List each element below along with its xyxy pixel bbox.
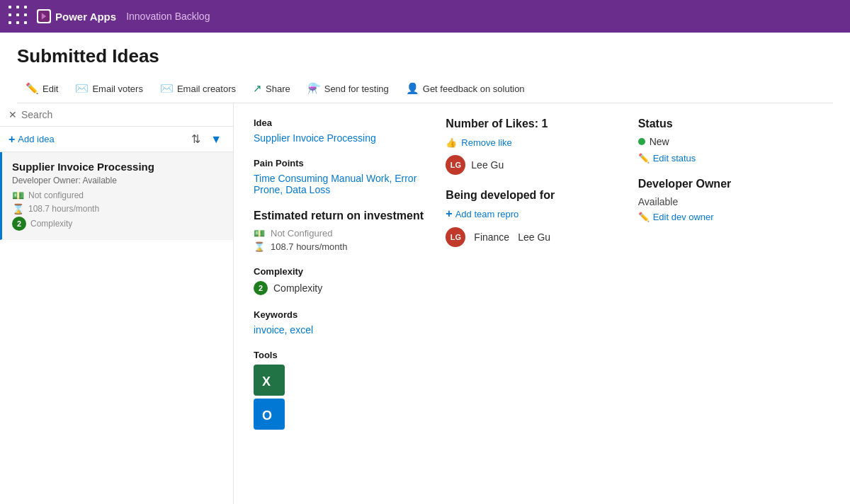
liker-row: LG Lee Gu [446,155,623,175]
email-voters-button[interactable]: ✉️ Email voters [67,79,152,98]
flask-icon: ⚗️ [307,82,321,95]
dev-owner-header: Developer Owner [638,178,830,190]
roi-hours-row: ⌛ 108.7 hours/month [254,241,431,252]
meta-row-complexity: 2 Complexity [12,217,223,231]
status-header: Status [638,118,830,130]
share-icon: ↗ [253,82,262,95]
share-label: Share [266,84,290,94]
app-name-label: Power Apps [55,11,116,23]
action-toolbar: ✏️ Edit ✉️ Email voters ✉️ Email creator… [17,74,833,103]
roi-meta: 💵 Not Configured ⌛ 108.7 hours/month [254,228,431,252]
get-feedback-button[interactable]: 👤 Get feedback on solution [397,79,533,98]
keywords-label: Keywords [254,309,431,320]
liker-name: Lee Gu [471,159,504,171]
keywords-section: Keywords invoice, excel [254,309,431,336]
keywords-value: invoice, excel [254,324,431,336]
edit-status-label: Edit status [653,153,696,164]
add-team-button[interactable]: + Add team repro [446,207,623,220]
money-icon: 💵 [12,190,24,201]
status-value: New [650,136,669,147]
idea-value-link[interactable]: Supplier Invoice Processing [254,132,376,144]
idea-section: Idea Supplier Invoice Processing [254,118,431,144]
main-container: Submitted Ideas ✏️ Edit ✉️ Email voters … [0,33,850,504]
idea-item[interactable]: Supplier Invoice Processing Developer Ow… [0,152,233,240]
dev-owner-value: Available [638,196,830,207]
pain-points-label: Pain Points [254,158,431,168]
remove-like-button[interactable]: 👍 Remove like [446,137,623,148]
search-close-icon[interactable]: ✕ [8,109,17,120]
detail-column-mid: Number of Likes: 1 👍 Remove like LG Lee … [446,118,638,444]
app-logo: Power Apps [37,9,116,23]
list-actions: + Add idea ⇅ ▼ [0,127,233,152]
being-developed-section: Being developed for + Add team repro LG … [446,189,623,247]
remove-like-label: Remove like [461,137,512,148]
email-voters-icon: ✉️ [75,82,89,95]
detail-column-right: Status New ✏️ Edit status Developer Owne… [638,118,830,444]
roi-label: Estimated return on investment [254,210,431,222]
likes-header: Number of Likes: 1 [446,118,623,130]
edit-status-button[interactable]: ✏️ Edit status [638,153,830,164]
idea-item-owner: Developer Owner: Available [12,176,223,185]
meta-row-configured: 💵 Not configured [12,190,223,201]
email-creators-icon: ✉️ [160,82,174,95]
email-creators-button[interactable]: ✉️ Email creators [152,79,244,98]
status-section: Status New ✏️ Edit status [638,118,830,164]
app-grid-icon[interactable] [8,6,30,27]
complexity-label: Complexity [30,219,72,229]
meta-configured-text: Not configured [28,190,84,200]
add-team-label: Add team repro [455,209,519,219]
complexity-row: 2 Complexity [254,281,431,295]
idea-item-title: Supplier Invoice Processing [12,161,223,173]
detail-column-main: Idea Supplier Invoice Processing Pain Po… [254,118,446,444]
add-idea-label: Add idea [18,134,54,144]
top-navigation: Power Apps Innovation Backlog [0,0,850,33]
team-row: LG Finance Lee Gu [446,227,623,247]
feedback-icon: 👤 [406,82,419,95]
clock-icon-2: ⌛ [254,241,265,252]
search-input[interactable] [21,109,225,120]
edit-status-icon: ✏️ [638,153,650,164]
page-header: Submitted Ideas [0,33,850,74]
add-idea-button[interactable]: + Add idea [8,133,184,146]
complexity-section-label: Complexity [254,266,431,277]
dev-owner-section: Developer Owner Available ✏️ Edit dev ow… [638,178,830,222]
roi-section: Estimated return on investment 💵 Not Con… [254,210,431,252]
tools-grid: X O [254,365,431,430]
plus-icon-2: + [446,207,452,220]
edit-dev-owner-label: Edit dev owner [653,212,714,222]
team-name: Finance [474,231,509,243]
meta-hours-text: 108.7 hours/month [28,204,99,214]
page-title: Submitted Ideas [17,45,833,67]
idea-label: Idea [254,118,431,128]
clock-icon: ⌛ [12,203,24,214]
status-row: New [638,136,830,147]
plus-icon: + [8,133,15,146]
idea-list: Supplier Invoice Processing Developer Ow… [0,152,233,504]
likes-section: Number of Likes: 1 👍 Remove like LG Lee … [446,118,623,175]
pain-points-value: Time Consuming Manual Work, Error Prone,… [254,173,431,195]
app-label: Innovation Backlog [126,11,210,22]
edit-button[interactable]: ✏️ Edit [17,79,67,98]
power-apps-icon [37,9,51,23]
right-panel: Idea Supplier Invoice Processing Pain Po… [234,103,850,504]
complexity-badge: 2 [12,217,26,231]
status-dot [638,138,645,145]
meta-row-hours: ⌛ 108.7 hours/month [12,203,223,214]
team-avatar: LG [446,227,465,247]
roi-not-configured-row: 💵 Not Configured [254,228,431,239]
share-button[interactable]: ↗ Share [244,79,299,98]
left-panel: ✕ + Add idea ⇅ ▼ Supplier Invoice Proces… [0,103,234,504]
complexity-text-detail: Complexity [273,282,322,294]
svg-text:X: X [262,374,271,389]
filter-icon[interactable]: ▼ [208,132,225,147]
edit-dev-owner-button[interactable]: ✏️ Edit dev owner [638,212,830,222]
idea-item-meta: 💵 Not configured ⌛ 108.7 hours/month 2 C… [12,190,223,231]
send-testing-label: Send for testing [324,84,389,94]
thumbs-up-icon: 👍 [446,137,457,148]
edit-label: Edit [42,84,58,94]
sort-icon[interactable]: ⇅ [188,131,203,147]
send-testing-button[interactable]: ⚗️ Send for testing [299,79,397,98]
outlook-tool-icon: O [254,399,285,430]
roi-hours: 108.7 hours/month [271,241,347,252]
money-icon-2: 💵 [254,228,265,239]
